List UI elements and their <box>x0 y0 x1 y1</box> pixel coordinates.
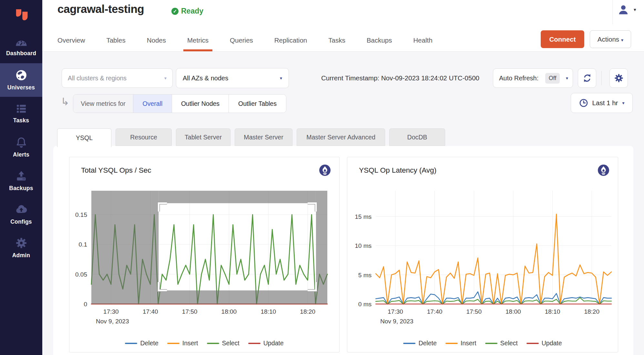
legend-item-update[interactable]: Update <box>526 340 562 347</box>
legend-label: Insert <box>182 340 198 347</box>
refresh-button[interactable] <box>578 68 596 88</box>
svg-text:18:00: 18:00 <box>221 308 237 315</box>
metric-group-tabs: YSQL Resource Tablet Server Master Serve… <box>57 128 445 147</box>
svg-text:18:00: 18:00 <box>506 308 521 315</box>
legend-item-select[interactable]: Select <box>485 340 518 347</box>
sidebar-item-label: Dashboard <box>6 50 36 57</box>
view-metrics-option-outlier-tables[interactable]: Outlier Tables <box>229 95 286 113</box>
legend-swatch <box>248 343 261 344</box>
legend-item-select[interactable]: Select <box>207 340 240 347</box>
legend-label: Update <box>542 340 562 347</box>
sidebar-item-tasks[interactable]: Tasks <box>0 97 42 130</box>
connect-button[interactable]: Connect <box>541 30 584 48</box>
metric-tab-tablet-server[interactable]: Tablet Server <box>176 128 230 146</box>
legend-item-delete[interactable]: Delete <box>125 340 158 347</box>
selection-corner-bracket <box>158 282 167 290</box>
auto-refresh-value: Off <box>545 73 560 84</box>
selection-corner-bracket <box>308 203 316 212</box>
legend-label: Delete <box>140 340 158 347</box>
status-text: Ready <box>181 7 203 15</box>
sub-level-arrow-icon: ↳ <box>61 96 69 108</box>
tab-backups[interactable]: Backups <box>367 31 392 51</box>
view-metrics-option-overall[interactable]: Overall <box>133 95 172 113</box>
current-timestamp: Current Timestamp: Nov-09-2023 18:24:02 … <box>321 68 479 88</box>
gauge-icon <box>15 36 28 47</box>
legend-label: Delete <box>418 340 436 347</box>
user-menu[interactable]: ▾ <box>618 4 636 15</box>
legend-label: Insert <box>461 340 476 347</box>
tab-replication[interactable]: Replication <box>274 31 307 51</box>
toolbar-divider <box>601 71 602 85</box>
series-insert <box>376 214 611 304</box>
universe-tab-bar: Overview Tables Nodes Metrics Queries Re… <box>57 31 433 51</box>
actions-button[interactable]: Actions▾ <box>590 30 631 48</box>
metric-tab-resource[interactable]: Resource <box>116 128 172 146</box>
view-metrics-label: View metrics for <box>73 95 133 113</box>
svg-text:10 ms: 10 ms <box>355 242 372 249</box>
sidebar-item-label: Admin <box>12 252 30 259</box>
legend-item-update[interactable]: Update <box>248 340 284 347</box>
time-range-dropdown[interactable]: Last 1 hr ▾ <box>571 93 633 113</box>
yugabyte-logo-icon <box>13 6 30 23</box>
metric-tab-docdb[interactable]: DocDB <box>389 128 445 146</box>
svg-text:0.1: 0.1 <box>79 241 87 248</box>
chart-plot-area[interactable]: 00.050.10.1517:3017:4017:5018:0018:1018:… <box>69 157 340 325</box>
az-nodes-dropdown[interactable]: All AZs & nodes ▾ <box>176 68 289 88</box>
legend-item-insert[interactable]: Insert <box>445 340 476 347</box>
selection-corner-bracket <box>158 203 167 212</box>
chart-plot-area[interactable]: 0 ms5 ms10 ms15 ms17:3017:4017:5018:0018… <box>347 157 618 325</box>
sidebar-item-admin[interactable]: Admin <box>0 231 42 265</box>
svg-text:17:40: 17:40 <box>427 308 443 315</box>
settings-button[interactable] <box>609 68 628 88</box>
svg-text:15 ms: 15 ms <box>355 213 372 220</box>
yugabyte-logo[interactable] <box>0 0 42 30</box>
svg-text:0.05: 0.05 <box>75 271 87 278</box>
chevron-down-icon: ▾ <box>566 76 568 81</box>
legend-swatch <box>207 343 219 344</box>
chart-legend: DeleteInsertSelectUpdate <box>347 340 618 347</box>
tab-nodes[interactable]: Nodes <box>147 31 166 51</box>
sidebar-item-label: Universes <box>7 84 35 91</box>
svg-text:0 ms: 0 ms <box>358 301 372 308</box>
sidebar-item-label: Tasks <box>13 117 29 124</box>
metric-tab-master-server-advanced[interactable]: Master Server Advanced <box>297 128 385 146</box>
svg-text:0.15: 0.15 <box>75 211 87 218</box>
legend-item-delete[interactable]: Delete <box>403 340 436 347</box>
clusters-regions-dropdown[interactable]: All clusters & regions ▾ <box>62 68 173 88</box>
legend-swatch <box>125 343 137 344</box>
cloud-upload-icon <box>15 203 28 216</box>
chevron-down-icon: ▾ <box>164 76 167 81</box>
gear-icon <box>614 73 624 83</box>
chevron-down-icon: ▾ <box>621 37 623 43</box>
sidebar-item-universes[interactable]: Universes <box>0 63 42 97</box>
tab-queries[interactable]: Queries <box>230 31 253 51</box>
view-metrics-option-outlier-nodes[interactable]: Outlier Nodes <box>172 95 229 113</box>
check-circle-icon: ✓ <box>171 8 179 15</box>
svg-text:17:40: 17:40 <box>143 308 158 315</box>
auto-refresh-dropdown[interactable]: Auto Refresh: Off ▾ <box>493 68 573 88</box>
tab-overview[interactable]: Overview <box>57 31 85 51</box>
tab-health[interactable]: Health <box>413 31 432 51</box>
legend-swatch <box>445 343 458 344</box>
status-badge: ✓ Ready <box>171 7 203 15</box>
legend-swatch <box>403 343 415 344</box>
metric-tab-master-server[interactable]: Master Server <box>235 128 292 146</box>
tab-metrics[interactable]: Metrics <box>187 31 209 51</box>
legend-swatch <box>167 343 179 344</box>
sidebar-item-backups[interactable]: Backups <box>0 164 42 198</box>
header: cagrawal-testing ✓ Ready ▾ Overview Tabl… <box>42 0 644 52</box>
legend-item-insert[interactable]: Insert <box>167 340 198 347</box>
tab-tables[interactable]: Tables <box>106 31 125 51</box>
x-axis-date-label: Nov 9, 2023 <box>96 318 129 325</box>
sidebar-item-dashboard[interactable]: Dashboard <box>0 30 42 63</box>
sidebar-item-alerts[interactable]: Alerts <box>0 130 42 164</box>
tab-tasks[interactable]: Tasks <box>328 31 345 51</box>
svg-text:17:30: 17:30 <box>103 308 119 315</box>
metric-tab-ysql[interactable]: YSQL <box>57 128 111 147</box>
globe-icon <box>15 69 27 81</box>
chevron-down-icon: ▾ <box>622 100 624 106</box>
sidebar-item-configs[interactable]: Configs <box>0 198 42 231</box>
legend-label: Select <box>500 340 518 347</box>
svg-text:18:10: 18:10 <box>545 308 560 315</box>
svg-text:18:10: 18:10 <box>261 308 276 315</box>
